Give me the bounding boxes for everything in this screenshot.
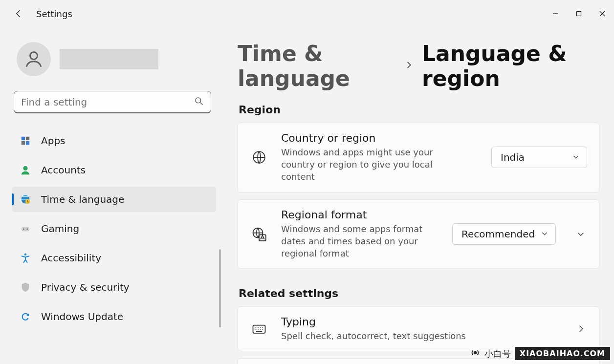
card-typing[interactable]: Typing Spell check, autocorrect, text su…: [238, 306, 599, 351]
regional-format-dropdown[interactable]: Recommended: [452, 223, 556, 245]
svg-rect-7: [22, 141, 25, 145]
avatar: [17, 42, 51, 76]
sidebar-item-accounts[interactable]: Accounts: [12, 157, 216, 183]
search-icon: [194, 96, 204, 108]
svg-point-22: [474, 351, 477, 354]
watermark-text-dark: XIAOBAIHAO.COM: [515, 347, 610, 360]
sidebar: Apps Accounts Time & language Gaming: [0, 27, 221, 364]
sidebar-item-label: Windows Update: [41, 311, 123, 322]
svg-rect-5: [22, 137, 25, 140]
accounts-icon: [20, 164, 31, 176]
svg-point-2: [30, 52, 37, 59]
svg-rect-12: [22, 227, 30, 231]
breadcrumb: Time & language Language & region: [238, 41, 599, 91]
card-title: Typing: [281, 316, 561, 328]
profile-block[interactable]: [12, 27, 216, 91]
content-area: Time & language Language & region Region…: [221, 27, 614, 364]
sidebar-item-label: Apps: [41, 135, 66, 147]
breadcrumb-current: Language & region: [422, 41, 599, 91]
card-regional-format: Regional format Windows and some apps fo…: [238, 199, 599, 269]
card-desc: Windows and some apps format dates and t…: [281, 223, 439, 260]
sidebar-item-label: Accessibility: [41, 252, 101, 264]
svg-point-9: [23, 166, 27, 171]
expand-button[interactable]: [574, 228, 587, 240]
card-title: Regional format: [281, 209, 439, 221]
svg-line-4: [200, 102, 203, 105]
svg-point-14: [26, 229, 28, 230]
chevron-down-icon: [572, 151, 580, 163]
apps-icon: [20, 135, 31, 147]
svg-point-13: [23, 229, 24, 230]
watermark-text-light: 小白号: [484, 348, 511, 360]
svg-rect-8: [26, 141, 29, 145]
globe-translate-icon: [251, 226, 267, 242]
globe-icon: [251, 149, 267, 166]
svg-point-15: [24, 253, 26, 255]
chevron-down-icon: [541, 228, 548, 240]
watermark-badge: 小白号 XIAOBAIHAO.COM: [470, 347, 610, 360]
sidebar-item-label: Gaming: [41, 223, 79, 235]
sidebar-item-privacy[interactable]: Privacy & security: [12, 275, 216, 300]
dropdown-value: Recommended: [461, 228, 535, 240]
sidebar-item-windows-update[interactable]: Windows Update: [12, 304, 216, 329]
accessibility-icon: [20, 252, 31, 264]
sidebar-item-label: Time & language: [41, 193, 124, 205]
windows-update-icon: [20, 311, 31, 322]
card-country-region: Country or region Windows and apps might…: [238, 123, 599, 193]
chevron-right-icon: [404, 61, 413, 71]
card-desc: Windows and apps might use your country …: [281, 146, 467, 183]
search-input[interactable]: [21, 96, 194, 108]
back-button[interactable]: [14, 9, 23, 19]
card-desc: Spell check, autocorrect, text suggestio…: [281, 330, 561, 342]
chevron-right-icon: [574, 322, 587, 335]
broadcast-icon: [470, 347, 481, 360]
country-dropdown[interactable]: India: [491, 147, 587, 168]
svg-point-3: [196, 97, 201, 103]
sidebar-nav: Apps Accounts Time & language Gaming: [12, 128, 216, 329]
sidebar-item-apps[interactable]: Apps: [12, 128, 216, 153]
close-button[interactable]: [591, 4, 614, 23]
sidebar-item-gaming[interactable]: Gaming: [12, 216, 216, 241]
time-language-icon: [20, 193, 31, 205]
app-title: Settings: [36, 9, 72, 19]
sidebar-item-accessibility[interactable]: Accessibility: [12, 245, 216, 271]
profile-name-placeholder: [60, 49, 158, 69]
section-title-related: Related settings: [239, 287, 599, 300]
search-box[interactable]: [14, 91, 211, 113]
svg-rect-1: [577, 12, 581, 16]
sidebar-item-label: Privacy & security: [41, 281, 130, 293]
privacy-security-icon: [20, 281, 31, 293]
main-layout: Apps Accounts Time & language Gaming: [0, 27, 614, 364]
gaming-icon: [20, 223, 31, 235]
minimize-button[interactable]: [544, 4, 567, 23]
card-title: Country or region: [281, 132, 478, 144]
section-title-region: Region: [239, 104, 599, 116]
sidebar-item-time-language[interactable]: Time & language: [12, 187, 216, 212]
sidebar-item-label: Accounts: [41, 164, 86, 176]
keyboard-icon: [251, 321, 267, 337]
maximize-button[interactable]: [567, 4, 591, 23]
window-controls: [544, 4, 614, 23]
dropdown-value: India: [501, 151, 525, 163]
breadcrumb-parent[interactable]: Time & language: [238, 41, 395, 91]
window-titlebar: Settings: [0, 0, 614, 27]
svg-rect-6: [26, 137, 29, 140]
